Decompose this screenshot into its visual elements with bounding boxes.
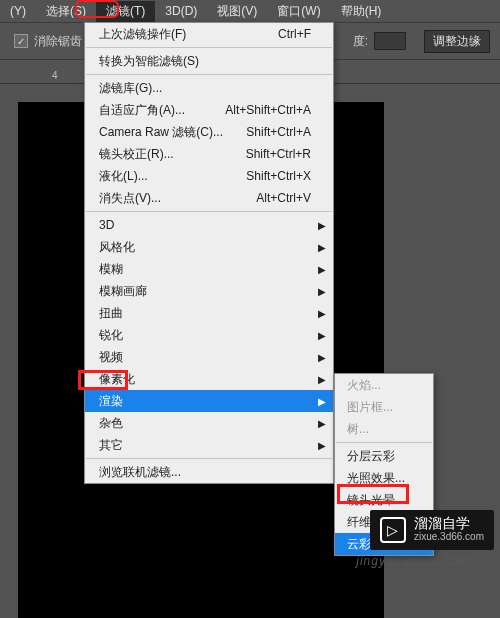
filter-gallery[interactable]: 滤镜库(G)...: [85, 77, 333, 99]
watermark-badge: ▷ 溜溜自学 zixue.3d66.com: [370, 510, 494, 550]
menu-item-help[interactable]: 帮助(H): [331, 1, 392, 22]
chevron-right-icon: ▶: [318, 330, 326, 341]
watermark-sub: zixue.3d66.com: [414, 530, 484, 544]
filter-camera-raw[interactable]: Camera Raw 滤镜(C)...Shift+Ctrl+A: [85, 121, 333, 143]
filter-render[interactable]: 渲染▶: [85, 390, 333, 412]
render-picture-frame[interactable]: 图片框...: [335, 396, 433, 418]
faint-watermark: jingyan.baidu.com: [356, 554, 470, 568]
highlight-clouds-item: [337, 484, 409, 504]
filter-dropdown: 上次滤镜操作(F)Ctrl+F 转换为智能滤镜(S) 滤镜库(G)... 自适应…: [84, 22, 334, 484]
tolerance-field[interactable]: [374, 32, 406, 50]
chevron-right-icon: ▶: [318, 286, 326, 297]
highlight-filter-menu: [75, 0, 119, 18]
render-flame[interactable]: 火焰...: [335, 374, 433, 396]
render-difference-clouds[interactable]: 分层云彩: [335, 445, 433, 467]
filter-3d[interactable]: 3D▶: [85, 214, 333, 236]
filter-sharpen[interactable]: 锐化▶: [85, 324, 333, 346]
filter-distort[interactable]: 扭曲▶: [85, 302, 333, 324]
filter-liquify[interactable]: 液化(L)...Shift+Ctrl+X: [85, 165, 333, 187]
chevron-right-icon: ▶: [318, 440, 326, 451]
separator: [336, 442, 432, 443]
filter-video[interactable]: 视频▶: [85, 346, 333, 368]
filter-last[interactable]: 上次滤镜操作(F)Ctrl+F: [85, 23, 333, 45]
filter-browse-online[interactable]: 浏览联机滤镜...: [85, 461, 333, 483]
filter-noise[interactable]: 杂色▶: [85, 412, 333, 434]
antialias-label: 消除锯齿: [34, 33, 82, 50]
menu-item-view[interactable]: 视图(V): [207, 1, 267, 22]
menu-item-y[interactable]: (Y): [0, 2, 36, 20]
chevron-right-icon: ▶: [318, 308, 326, 319]
filter-blur-gallery[interactable]: 模糊画廊▶: [85, 280, 333, 302]
render-tree[interactable]: 树...: [335, 418, 433, 440]
chevron-right-icon: ▶: [318, 396, 326, 407]
tolerance-label: 度:: [353, 33, 368, 50]
menu-item-window[interactable]: 窗口(W): [267, 1, 330, 22]
filter-lens-correction[interactable]: 镜头校正(R)...Shift+Ctrl+R: [85, 143, 333, 165]
filter-stylize[interactable]: 风格化▶: [85, 236, 333, 258]
separator: [86, 211, 332, 212]
chevron-right-icon: ▶: [318, 220, 326, 231]
chevron-right-icon: ▶: [318, 374, 326, 385]
filter-blur[interactable]: 模糊▶: [85, 258, 333, 280]
play-icon: ▷: [380, 517, 406, 543]
antialias-checkbox[interactable]: ✓: [14, 34, 28, 48]
filter-other[interactable]: 其它▶: [85, 434, 333, 456]
separator: [86, 458, 332, 459]
menu-item-3d[interactable]: 3D(D): [155, 2, 207, 20]
adjust-edges-button[interactable]: 调整边缘: [424, 30, 490, 53]
separator: [86, 74, 332, 75]
chevron-right-icon: ▶: [318, 242, 326, 253]
separator: [86, 47, 332, 48]
filter-vanishing-point[interactable]: 消失点(V)...Alt+Ctrl+V: [85, 187, 333, 209]
filter-adaptive-wide[interactable]: 自适应广角(A)...Alt+Shift+Ctrl+A: [85, 99, 333, 121]
filter-smart-convert[interactable]: 转换为智能滤镜(S): [85, 50, 333, 72]
watermark-title: 溜溜自学: [414, 516, 484, 530]
chevron-right-icon: ▶: [318, 352, 326, 363]
chevron-right-icon: ▶: [318, 418, 326, 429]
chevron-right-icon: ▶: [318, 264, 326, 275]
highlight-render-item: [78, 370, 128, 390]
